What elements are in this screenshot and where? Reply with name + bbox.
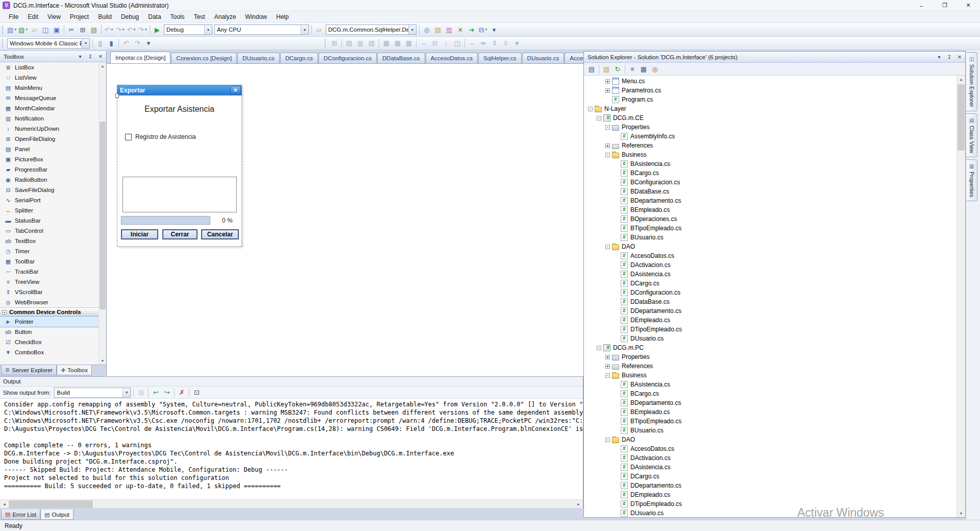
scroll-left-icon[interactable]: ◄ (0, 500, 9, 509)
view-designer-icon[interactable]: ▦ (638, 63, 649, 75)
tree-item-dempleado-cs[interactable]: DEmpleado.cs (584, 490, 965, 499)
add-new-item-icon[interactable]: ▨▾ (17, 24, 29, 35)
close-icon[interactable]: ✕ (230, 86, 241, 94)
document-tab-accesodatos-cs[interactable]: AccesoDatos.cs (426, 53, 478, 63)
output-source-combo[interactable]: Build ▼ (54, 388, 131, 398)
scroll-up-icon[interactable]: ▲ (99, 62, 106, 70)
toolbox-item-savefiledialog[interactable]: ⊟SaveFileDialog (0, 185, 106, 195)
menu-edit[interactable]: Edit (23, 12, 43, 22)
tree-item-assemblyinfo-cs[interactable]: AssemblyInfo.cs (584, 132, 965, 141)
document-tab-dconfiguracion-cs[interactable]: DConfiguracion.cs (318, 53, 377, 63)
toolbox-item-webbrowser[interactable]: ◎WebBrowser (0, 297, 106, 307)
rotate-right-icon[interactable]: ↷ (132, 38, 143, 49)
tree-item-dcargo-cs[interactable]: DCargo.cs (584, 279, 965, 288)
document-tab-dusuario-cs[interactable]: DUsuario.cs (522, 53, 565, 63)
maximize-button[interactable]: ❐ (933, 0, 957, 11)
clear-all-icon[interactable]: ✗ (176, 387, 187, 398)
cut-icon[interactable]: ✂ (66, 24, 77, 35)
minimize-button[interactable]: – (910, 0, 933, 11)
tree-item-dactivacion-cs[interactable]: DActivacion.cs (584, 260, 965, 270)
navigate-forward-icon[interactable]: ↷▾ (137, 24, 148, 35)
toolbox-item-listbox[interactable]: ≣ListBox (0, 62, 106, 73)
collapse-expander[interactable]: - (605, 438, 610, 442)
tree-item-references[interactable]: +References (584, 141, 965, 150)
tree-item-ddepartamento-cs[interactable]: DDepartamento.cs (584, 306, 965, 316)
tree-item-accesodatos-cs[interactable]: AccesoDatos.cs (584, 251, 965, 260)
toolbox-item-notification[interactable]: ▥Notification (0, 113, 106, 124)
toolbar-overflow-icon[interactable]: ▾ (511, 38, 523, 49)
tree-item-bempleado-cs[interactable]: BEmpleado.cs (584, 205, 965, 214)
view-code-icon[interactable]: ≡ (627, 63, 638, 75)
toggle-word-wrap-icon[interactable]: ⊡ (191, 387, 202, 398)
tree-item-dcargo-cs[interactable]: DCargo.cs (584, 472, 965, 481)
align-tops-icon[interactable]: ▦ (381, 38, 392, 49)
close-icon[interactable]: ✕ (97, 54, 104, 59)
solution-explorer-scrollbar[interactable]: ▲ ▼ (957, 76, 965, 517)
toolbox-item-numericupdown[interactable]: ↕NumericUpDown (0, 124, 106, 134)
tree-item-ddatabase-cs[interactable]: DDataBase.cs (584, 297, 965, 306)
form-resize-handle[interactable] (115, 93, 119, 98)
find-symbol-icon[interactable]: ▱ (313, 24, 325, 35)
toolbox-item-checkbox[interactable]: ☑CheckBox (0, 337, 106, 347)
tree-item-business[interactable]: -Business (584, 150, 965, 159)
document-tab-impotar-cs-design[interactable]: Impotar.cs [Design] (110, 52, 170, 63)
collapse-expander[interactable]: - (605, 125, 610, 130)
tree-item-accesodatos-cs[interactable]: AccesoDatos.cs (584, 444, 965, 453)
make-same-height-icon[interactable]: ↕ (440, 38, 452, 49)
toolbox-item-picturebox[interactable]: ▣PictureBox (0, 154, 106, 164)
expand-expander[interactable]: + (605, 355, 610, 359)
tree-item-basistencia-cs[interactable]: BAsistencia.cs (584, 380, 965, 389)
toolbox-item-button[interactable]: abButton (0, 327, 106, 337)
collapse-expander[interactable]: - (605, 153, 610, 157)
toolbox-item-monthcalendar[interactable]: ▦MonthCalendar (0, 103, 106, 113)
registro-asistencia-checkbox[interactable]: Registro de Asistencia (125, 133, 196, 140)
tree-item-business[interactable]: -Business (584, 371, 965, 380)
tree-item-dusuario-cs[interactable]: DUsuario.cs (584, 334, 965, 343)
scroll-up-icon[interactable]: ▲ (957, 76, 965, 83)
tree-item-references[interactable]: +References (584, 361, 965, 371)
toolbox-item-treeview[interactable]: ≡TreeView (0, 277, 106, 287)
menu-tools[interactable]: Tools (166, 12, 189, 22)
menu-window[interactable]: Window (240, 12, 272, 22)
menu-analyze[interactable]: Analyze (210, 12, 241, 22)
toolbox-item-progressbar[interactable]: ▰ProgressBar (0, 164, 106, 175)
tree-item-parametros-cs[interactable]: +Parametros.cs (584, 86, 965, 95)
expand-expander[interactable]: + (605, 364, 610, 369)
toolbox-item-statusbar[interactable]: ▬StatusBar (0, 215, 106, 226)
navigate-backward-icon[interactable]: ↶▾ (126, 24, 137, 35)
redo-icon[interactable]: ↷▾ (114, 24, 126, 35)
document-tab-sqlhelper-cs[interactable]: SqlHelper.cs (478, 53, 522, 63)
expand-expander[interactable]: + (605, 79, 610, 84)
tree-item-properties[interactable]: +Properties (584, 352, 965, 361)
dock-tab-output[interactable]: ▤Output (40, 510, 74, 520)
toolbox-item-tabcontrol[interactable]: ▭TabControl (0, 226, 106, 236)
scrollbar-thumb[interactable] (100, 122, 106, 309)
tree-item-bconfiguracion-cs[interactable]: BConfiguracion.cs (584, 178, 965, 187)
output-hscrollbar[interactable]: ◄ ► (0, 499, 583, 508)
toolbox-item-radiobutton[interactable]: ◉RadioButton (0, 175, 106, 185)
menu-view[interactable]: View (43, 12, 65, 22)
tree-item-dao[interactable]: -DAO (584, 435, 965, 444)
tree-item-dtipoempleado-cs[interactable]: DTipoEmpleado.cs (584, 499, 965, 509)
auto-hide-pin-icon[interactable]: ↧ (87, 54, 94, 59)
tree-item-dasistencia-cs[interactable]: DAsistencia.cs (584, 463, 965, 472)
horizontal-spacing-equal-icon[interactable]: ⇔ (467, 38, 478, 49)
toolbox-item-toolbar[interactable]: ▦ToolBar (0, 256, 106, 267)
toolbox-item-timer[interactable]: ◷Timer (0, 246, 106, 256)
cancelar-button[interactable]: Cancelar (201, 229, 239, 239)
undo-icon[interactable]: ↶▾ (103, 24, 114, 35)
collapse-expander[interactable]: - (605, 373, 610, 378)
toolbox-options-icon[interactable]: ✕ (455, 24, 466, 35)
device-security-manager-icon[interactable]: ▮ (106, 38, 117, 49)
solution-platforms-combo[interactable]: Any CPU▼ (214, 25, 309, 35)
target-device-combo[interactable]: Windows Mobile 6 Classic Emulator▼ (7, 38, 90, 49)
menu-file[interactable]: File (4, 12, 23, 22)
tree-item-dtipoempleado-cs[interactable]: DTipoEmpleado.cs (584, 325, 965, 334)
checkbox-box[interactable] (125, 134, 132, 140)
tree-item-bempleado-cs[interactable]: BEmpleado.cs (584, 407, 965, 417)
toolbox-item-listview[interactable]: ∷ListView (0, 73, 106, 83)
tree-item-dao[interactable]: -DAO (584, 242, 965, 251)
toolbox-item-textbox[interactable]: abTextBox (0, 236, 106, 246)
new-project-icon[interactable]: ▧▾ (6, 24, 17, 35)
tree-item-bdepartamento-cs[interactable]: BDepartamento.cs (584, 398, 965, 407)
